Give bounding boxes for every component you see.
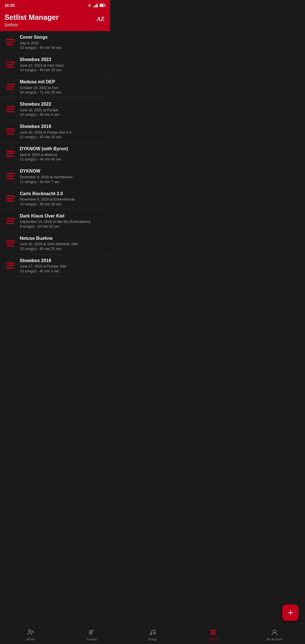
- svg-rect-43: [13, 219, 14, 222]
- setlist-item-songs: 13 song(s) - 45 min 44 sec: [20, 46, 106, 50]
- setlist-item-info: DYKNOW (with Byron) April 8, 2019 at Med…: [20, 146, 106, 161]
- wifi-icon: [87, 3, 92, 7]
- svg-rect-13: [6, 64, 12, 65]
- setlist-item-icon-wrap: [4, 259, 16, 272]
- list-item[interactable]: Showbox 2019 June 30, 2019 at Pumpe Kiel…: [0, 120, 110, 143]
- svg-rect-51: [13, 264, 14, 267]
- setlist-item-name: Showbox 2018: [20, 258, 106, 264]
- list-item[interactable]: Cover Songs July 4, 2023 13 song(s) - 45…: [0, 31, 110, 53]
- svg-rect-42: [6, 223, 14, 224]
- app-subtitle: Setlists: [5, 22, 59, 27]
- svg-rect-32: [6, 173, 14, 174]
- list-item[interactable]: Showbox 2022 June 18, 2022 at Pumpe 10 s…: [0, 98, 110, 120]
- svg-rect-20: [6, 106, 14, 107]
- setlist-item-songs: 10 song(s) - 45 min 18 sec: [20, 202, 106, 206]
- setlist-item-icon-wrap: [4, 125, 16, 138]
- svg-rect-31: [13, 152, 14, 155]
- svg-rect-24: [6, 128, 14, 129]
- svg-rect-38: [6, 201, 14, 202]
- svg-rect-4: [97, 4, 98, 7]
- list-item[interactable]: DYKNOW December 8, 2018 at Hochbunker 11…: [0, 165, 110, 187]
- setlist-item-icon: [5, 149, 15, 159]
- list-item[interactable]: Dark Klaus Over Kiel September 14, 2018 …: [0, 210, 110, 232]
- svg-rect-34: [6, 178, 14, 179]
- svg-rect-11: [13, 40, 14, 43]
- svg-rect-49: [6, 265, 12, 266]
- svg-rect-6: [105, 5, 106, 6]
- list-item[interactable]: Showbox 2018 June 17, 2018 at Pumpe, Kie…: [0, 254, 110, 277]
- svg-rect-22: [6, 111, 14, 112]
- setlist-item-songs: 11 song(s) - 45 min 14 sec: [20, 135, 106, 139]
- setlist-item-songs: 16 song(s) - 71 min 25 sec: [20, 90, 106, 94]
- svg-rect-26: [6, 133, 14, 134]
- setlist-item-songs: 10 song(s) - 45 min 6 sec: [20, 113, 106, 117]
- list-item[interactable]: Netuse Buehne June 22, 2018 at Vorm Bahn…: [0, 232, 110, 254]
- setlist-item-icon: [5, 260, 15, 271]
- sort-az-label: AZ: [97, 15, 104, 22]
- setlist-item-name: Showbox 2023: [20, 57, 106, 63]
- setlist-item-icon: [5, 59, 15, 69]
- list-item[interactable]: Showbox 2023 June 23, 2023 at roter Salo…: [0, 53, 110, 76]
- svg-rect-14: [6, 66, 14, 68]
- svg-rect-9: [6, 42, 12, 43]
- svg-rect-29: [6, 153, 12, 154]
- setlist-item-songs: 10 song(s) - 45 min 3 sec: [20, 269, 106, 273]
- app-title: Setlist Manager: [5, 13, 59, 22]
- setlist-item-date: September 14, 2018 at Alte Mu (Fahrradki…: [20, 219, 106, 224]
- setlist-item-info: Medusa mit DEP October 29, 2022 at Kiel …: [20, 79, 106, 94]
- svg-rect-19: [13, 85, 14, 88]
- setlist-item-icon: [5, 216, 15, 226]
- setlist-item-date: October 29, 2022 at Kiel: [20, 86, 106, 90]
- list-item[interactable]: Medusa mit DEP October 29, 2022 at Kiel …: [0, 76, 110, 98]
- setlist-item-icon: [5, 37, 15, 47]
- svg-rect-16: [6, 84, 14, 85]
- svg-rect-48: [6, 262, 14, 264]
- setlist-item-icon-wrap: [4, 170, 16, 182]
- setlist-item-name: Cover Songs: [20, 34, 106, 40]
- setlist-item-info: Showbox 2022 June 18, 2022 at Pumpe 10 s…: [20, 101, 106, 117]
- svg-rect-50: [6, 267, 14, 269]
- svg-rect-7: [100, 5, 104, 6]
- svg-rect-47: [13, 242, 14, 244]
- setlist-item-icon-wrap: [4, 215, 16, 227]
- setlist-item-date: June 23, 2023 at roter Salon: [20, 63, 106, 68]
- setlist-item-songs: 20 song(s) - 85 min 25 sec: [20, 247, 106, 251]
- setlist-list: Cover Songs July 4, 2023 13 song(s) - 45…: [0, 31, 110, 322]
- sort-az-button[interactable]: AZ: [95, 14, 106, 24]
- setlist-item-name: Medusa mit DEP: [20, 79, 106, 85]
- setlist-item-date: June 30, 2019 at Pumpe Kiel e.V.: [20, 130, 106, 135]
- setlist-item-name: DYKNOW (with Byron): [20, 146, 106, 152]
- setlist-item-info: Showbox 2023 June 23, 2023 at roter Salo…: [20, 57, 106, 72]
- svg-rect-46: [6, 245, 14, 246]
- signal-icon: [93, 3, 98, 7]
- list-item[interactable]: DYKNOW (with Byron) April 8, 2019 at Med…: [0, 143, 110, 165]
- svg-rect-2: [95, 5, 95, 7]
- battery-icon: [99, 4, 106, 7]
- setlist-item-name: Carls Rocknacht 2.0: [20, 191, 106, 197]
- svg-rect-41: [6, 220, 12, 221]
- svg-rect-27: [13, 130, 14, 132]
- svg-rect-35: [13, 174, 14, 177]
- setlist-item-icon-wrap: [4, 103, 16, 115]
- svg-rect-1: [93, 6, 94, 7]
- setlist-item-date: December 8, 2018 at Hochbunker: [20, 175, 106, 179]
- svg-rect-40: [6, 218, 14, 219]
- setlist-item-info: Showbox 2018 June 17, 2018 at Pumpe, Kie…: [20, 258, 106, 273]
- svg-rect-45: [6, 243, 12, 244]
- setlist-item-name: Showbox 2022: [20, 101, 106, 107]
- setlist-item-icon-wrap: [4, 58, 16, 71]
- svg-rect-23: [13, 107, 14, 110]
- svg-rect-44: [6, 240, 14, 241]
- setlist-item-icon: [5, 126, 15, 136]
- setlist-item-info: Cover Songs July 4, 2023 13 song(s) - 45…: [20, 34, 106, 50]
- setlist-item-info: Carls Rocknacht 2.0 November 9, 2018 at …: [20, 191, 106, 206]
- svg-rect-21: [6, 108, 12, 110]
- setlist-item-songs: 11 song(s) - 44 min 45 sec: [20, 157, 106, 161]
- setlist-item-info: DYKNOW December 8, 2018 at Hochbunker 11…: [20, 168, 106, 184]
- list-item[interactable]: Carls Rocknacht 2.0 November 9, 2018 at …: [0, 188, 110, 210]
- svg-rect-39: [13, 197, 14, 200]
- svg-rect-25: [6, 131, 12, 132]
- setlist-item-icon: [5, 82, 15, 92]
- svg-rect-8: [6, 39, 14, 40]
- svg-rect-33: [6, 175, 12, 177]
